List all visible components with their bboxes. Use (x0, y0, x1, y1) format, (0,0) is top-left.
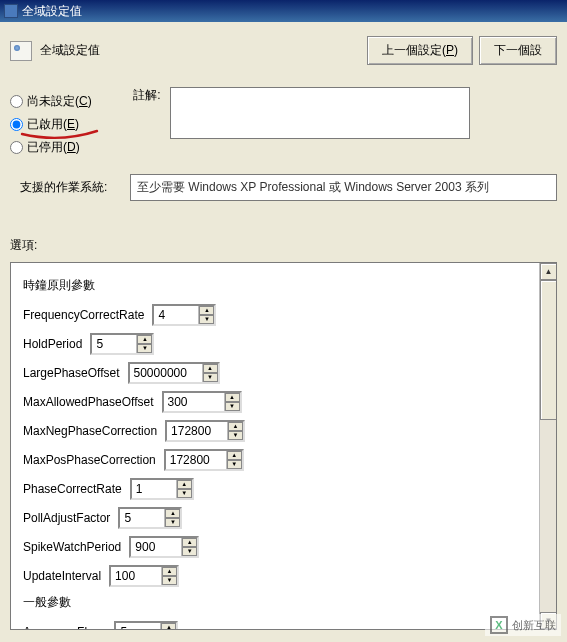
spinner-maxposphasecorrection: ▲▼ (164, 449, 244, 471)
spinner-input[interactable] (131, 538, 181, 556)
param-row: PhaseCorrectRate▲▼ (23, 478, 544, 500)
radio-not-configured-label[interactable]: 尚未設定(C) (27, 93, 92, 110)
spinner-buttons: ▲▼ (202, 364, 218, 382)
spinner-largephaseoffset: ▲▼ (128, 362, 220, 384)
spin-down-button[interactable]: ▼ (227, 460, 242, 469)
spin-down-button[interactable]: ▼ (228, 431, 243, 440)
radio-disabled[interactable] (10, 141, 23, 154)
spinner-buttons: ▲▼ (164, 509, 180, 527)
params-list-2: AnnounceFlags▲▼ (23, 621, 544, 629)
prev-accel: P (446, 43, 454, 57)
param-row: SpikeWatchPeriod▲▼ (23, 536, 544, 558)
spinner-phasecorrectrate: ▲▼ (130, 478, 194, 500)
spinner-spikewatchperiod: ▲▼ (129, 536, 199, 558)
watermark-icon: X (490, 616, 508, 634)
spinner-input[interactable] (92, 335, 136, 353)
spin-down-button[interactable]: ▼ (177, 489, 192, 498)
prev-setting-button[interactable]: 上一個設定(P) (367, 36, 473, 65)
radio-enabled[interactable] (10, 118, 23, 131)
param-label: FrequencyCorrectRate (23, 308, 144, 322)
spinner-input[interactable] (130, 364, 202, 382)
param-row: LargePhaseOffset▲▼ (23, 362, 544, 384)
param-label: UpdateInterval (23, 569, 101, 583)
settings-icon (10, 41, 32, 61)
prev-label-pre: 上一個設定( (382, 43, 446, 57)
spin-up-button[interactable]: ▲ (161, 623, 176, 629)
titlebar: 全域設定值 (0, 0, 567, 22)
spinner-buttons: ▲▼ (226, 451, 242, 469)
spin-up-button[interactable]: ▲ (228, 422, 243, 431)
watermark: X 创新互联 (485, 614, 561, 636)
options-label: 選項: (10, 237, 557, 254)
spin-down-button[interactable]: ▼ (182, 547, 197, 556)
param-row: MaxPosPhaseCorrection▲▼ (23, 449, 544, 471)
radio-enabled-label[interactable]: 已啟用(E) (27, 116, 79, 133)
spinner-polladjustfactor: ▲▼ (118, 507, 182, 529)
spin-up-button[interactable]: ▲ (165, 509, 180, 518)
state-radio-group: 尚未設定(C) 已啟用(E) 已停用(D) (10, 87, 120, 162)
page-title: 全域設定值 (40, 42, 100, 59)
spinner-input[interactable] (164, 393, 224, 411)
spin-down-button[interactable]: ▼ (199, 315, 214, 324)
radio-not-configured[interactable] (10, 95, 23, 108)
param-label: HoldPeriod (23, 337, 82, 351)
header-section: 全域設定值 上一個設定(P) 下一個設 (10, 30, 557, 77)
spin-up-button[interactable]: ▲ (199, 306, 214, 315)
radio-section: 尚未設定(C) 已啟用(E) 已停用(D) 註解: (10, 87, 557, 162)
spinner-input[interactable] (116, 623, 160, 629)
spin-up-button[interactable]: ▲ (162, 567, 177, 576)
radio-disabled-label[interactable]: 已停用(D) (27, 139, 80, 156)
spinner-holdperiod: ▲▼ (90, 333, 154, 355)
spin-up-button[interactable]: ▲ (225, 393, 240, 402)
spin-down-button[interactable]: ▼ (203, 373, 218, 382)
params-list: FrequencyCorrectRate▲▼HoldPeriod▲▼LargeP… (23, 304, 544, 587)
spin-down-button[interactable]: ▼ (225, 402, 240, 411)
param-label: AnnounceFlags (23, 625, 106, 629)
spinner-buttons: ▲▼ (198, 306, 214, 324)
spinner-buttons: ▲▼ (224, 393, 240, 411)
spinner-buttons: ▲▼ (176, 480, 192, 498)
section-clock-params: 時鐘原則參數 (23, 277, 544, 294)
header-left: 全域設定值 (10, 41, 100, 61)
spinner-announceflags: ▲▼ (114, 621, 178, 629)
param-row: PollAdjustFactor▲▼ (23, 507, 544, 529)
spin-down-button[interactable]: ▼ (137, 344, 152, 353)
spinner-buttons: ▲▼ (181, 538, 197, 556)
param-label: PollAdjustFactor (23, 511, 110, 525)
comment-textarea[interactable] (170, 87, 470, 139)
param-label: LargePhaseOffset (23, 366, 120, 380)
param-row: MaxNegPhaseCorrection▲▼ (23, 420, 544, 442)
spinner-input[interactable] (120, 509, 164, 527)
content-area: 全域設定值 上一個設定(P) 下一個設 尚未設定(C) 已啟用(E) 已停用(D… (0, 22, 567, 638)
spin-up-button[interactable]: ▲ (203, 364, 218, 373)
spin-up-button[interactable]: ▲ (137, 335, 152, 344)
supported-label: 支援的作業系統: (20, 179, 130, 196)
spinner-input[interactable] (154, 306, 198, 324)
param-row: AnnounceFlags▲▼ (23, 621, 544, 629)
param-label: MaxAllowedPhaseOffset (23, 395, 154, 409)
radio-not-configured-row: 尚未設定(C) (10, 93, 120, 110)
comment-label: 註解: (133, 88, 160, 102)
spinner-input[interactable] (132, 480, 176, 498)
spin-down-button[interactable]: ▼ (162, 576, 177, 585)
prev-label-post: ) (454, 43, 458, 57)
scrollbar[interactable]: ▲ ▼ (539, 263, 556, 629)
param-label: MaxNegPhaseCorrection (23, 424, 157, 438)
spin-up-button[interactable]: ▲ (182, 538, 197, 547)
comment-area: 註解: (133, 87, 470, 142)
spinner-input[interactable] (111, 567, 161, 585)
spin-down-button[interactable]: ▼ (165, 518, 180, 527)
next-setting-button[interactable]: 下一個設 (479, 36, 557, 65)
spinner-frequencycorrectrate: ▲▼ (152, 304, 216, 326)
param-row: FrequencyCorrectRate▲▼ (23, 304, 544, 326)
spin-up-button[interactable]: ▲ (177, 480, 192, 489)
spinner-input[interactable] (167, 422, 227, 440)
param-label: MaxPosPhaseCorrection (23, 453, 156, 467)
spin-up-button[interactable]: ▲ (227, 451, 242, 460)
scroll-thumb[interactable] (540, 280, 557, 420)
spinner-maxnegphasecorrection: ▲▼ (165, 420, 245, 442)
param-row: HoldPeriod▲▼ (23, 333, 544, 355)
supported-row: 支援的作業系統: 至少需要 Windows XP Professional 或 … (10, 174, 557, 201)
spinner-input[interactable] (166, 451, 226, 469)
scroll-up-button[interactable]: ▲ (540, 263, 557, 280)
